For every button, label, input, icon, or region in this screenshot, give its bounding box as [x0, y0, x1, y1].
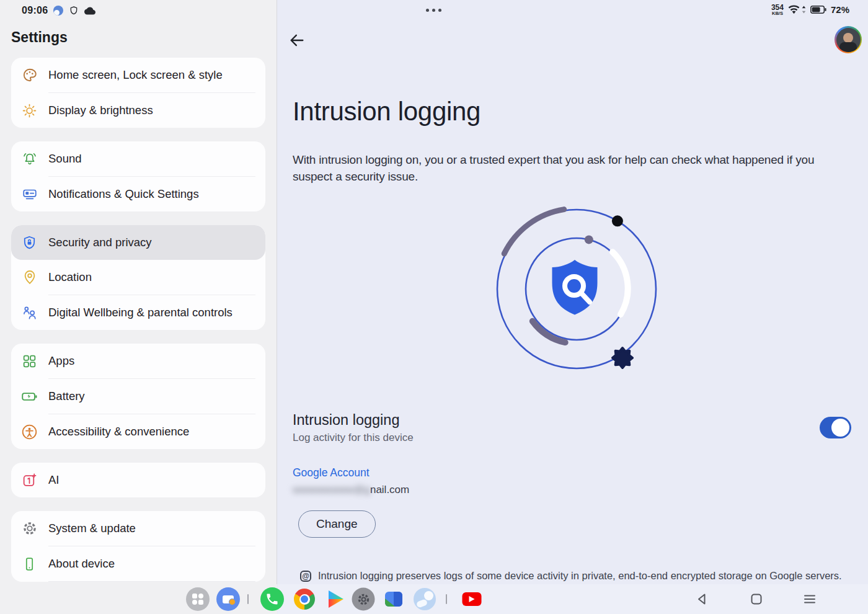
shield-lock-icon [21, 234, 38, 251]
setting-label: Intrusion logging [293, 412, 399, 429]
google-account-heading: Google Account [293, 466, 370, 479]
intrusion-logging-toggle[interactable] [820, 417, 851, 438]
screen: 09:06 Settings Home screen, Lock screen … [0, 0, 868, 614]
battery-percent: 72% [831, 4, 849, 15]
data-arrows-icon [802, 6, 806, 14]
bell-icon [21, 151, 38, 167]
dock-divider [247, 594, 249, 604]
sidebar-item-sound[interactable]: Sound [11, 141, 265, 176]
intrusion-logging-panel: 354KB/S 72% Intrusion logging With intru… [278, 0, 868, 614]
cloud-icon [84, 6, 95, 15]
sidebar-item-label: Battery [48, 389, 85, 403]
sidebar-item-accessibility[interactable]: Accessibility & convenience [11, 414, 265, 449]
clock: 09:06 [22, 5, 48, 16]
photos-icon[interactable] [385, 592, 402, 607]
chrome-icon[interactable] [294, 589, 315, 610]
gear-icon [21, 520, 38, 537]
sidebar-item-label: System & update [48, 522, 136, 535]
page-title: Settings [11, 29, 68, 46]
sidebar-item-security[interactable]: Security and privacy [11, 225, 265, 260]
footer-note: @ Intrusion logging preserves logs of so… [300, 570, 842, 582]
sidebar-item-system-update[interactable]: System & update [11, 511, 265, 546]
intrusion-logging-illustration [490, 202, 663, 378]
divider [48, 581, 255, 582]
redacted-email: wwwwwwww@g [293, 484, 370, 496]
sidebar-item-label: Apps [48, 354, 74, 368]
avatar[interactable] [835, 26, 862, 53]
wallet-icon[interactable] [216, 587, 240, 611]
network-speed: 354KB/S [771, 4, 784, 16]
sidebar-item-apps[interactable]: Apps [11, 344, 265, 378]
settings-group-ai: AI [11, 463, 265, 497]
settings-menu: Home screen, Lock screen & style Display… [11, 58, 265, 595]
change-account-button[interactable]: Change [298, 510, 376, 538]
settings-gear-icon[interactable] [352, 588, 375, 611]
account-email: wwwwwwww@gnail.com [293, 484, 409, 496]
settings-group-personalization: Home screen, Lock screen & style Display… [11, 58, 265, 128]
status-bar-left: 09:06 [22, 5, 95, 16]
sidebar-item-label: Sound [48, 152, 82, 166]
sidebar-item-label: Digital Wellbeing & parental controls [48, 306, 232, 319]
ai-icon [21, 472, 38, 489]
sidebar-item-about-device[interactable]: About device [11, 546, 265, 581]
sidebar-item-battery[interactable]: Battery [11, 379, 265, 414]
settings-sidebar: 09:06 Settings Home screen, Lock screen … [0, 0, 277, 614]
battery-icon [21, 388, 38, 405]
sidebar-item-label: Home screen, Lock screen & style [48, 68, 223, 82]
sidebar-item-notifications[interactable]: Notifications & Quick Settings [11, 177, 265, 211]
sidebar-item-ai[interactable]: AI [11, 463, 265, 497]
apps-grid-icon [21, 353, 38, 370]
settings-group-apps: Apps Battery Accessibility & convenience [11, 344, 265, 449]
sidebar-item-label: Location [48, 270, 92, 284]
sidebar-item-wellbeing[interactable]: Digital Wellbeing & parental controls [11, 295, 265, 330]
play-store-icon[interactable] [328, 590, 344, 608]
nav-recents-button[interactable] [802, 592, 817, 607]
sidebar-item-home-screen[interactable]: Home screen, Lock screen & style [11, 58, 265, 92]
settings-group-system: System & update About device [11, 511, 265, 582]
sidebar-item-label: Display & brightness [48, 104, 153, 117]
settings-group-sound: Sound Notifications & Quick Settings [11, 141, 265, 211]
private-storage-icon: @ [300, 571, 311, 582]
window-handle-icon[interactable] [426, 9, 441, 12]
sidebar-item-label: Accessibility & convenience [48, 425, 189, 438]
vpn-shield-icon [69, 6, 79, 16]
back-button[interactable] [288, 32, 306, 49]
notifications-icon [21, 186, 38, 203]
whatsapp-icon[interactable] [260, 587, 284, 611]
assistant-icon[interactable] [414, 588, 436, 610]
setting-sublabel: Log activity for this device [293, 432, 414, 444]
sidebar-item-display[interactable]: Display & brightness [11, 93, 265, 128]
dock-divider [446, 594, 447, 604]
status-bar-right: 354KB/S 72% [771, 4, 849, 16]
sidebar-item-location[interactable]: Location [11, 260, 265, 295]
sun-icon [21, 102, 38, 119]
youtube-icon[interactable] [463, 592, 482, 606]
accessibility-icon [21, 424, 38, 440]
sidebar-item-label: Security and privacy [48, 236, 152, 249]
app-drawer-icon[interactable] [186, 587, 210, 611]
panel-title: Intrusion logging [293, 97, 480, 127]
nav-back-button[interactable] [695, 592, 710, 607]
people-icon [21, 305, 38, 321]
location-pin-icon [21, 269, 38, 286]
sidebar-item-label: Notifications & Quick Settings [48, 187, 199, 201]
sidebar-item-label: AI [48, 473, 59, 487]
toggle-knob [831, 419, 849, 437]
panel-description: With intrusion logging on, you or a trus… [293, 152, 838, 185]
nav-home-button[interactable] [749, 592, 764, 607]
taskbar [0, 584, 868, 614]
palette-icon [21, 67, 38, 84]
avatar-photo [836, 28, 861, 52]
phone-icon [21, 556, 38, 572]
weather-icon [53, 6, 63, 16]
wifi-icon [788, 5, 800, 14]
battery-status-icon [810, 6, 826, 14]
settings-group-security: Security and privacy Location Digital We… [11, 225, 265, 330]
sidebar-item-label: About device [48, 557, 115, 571]
